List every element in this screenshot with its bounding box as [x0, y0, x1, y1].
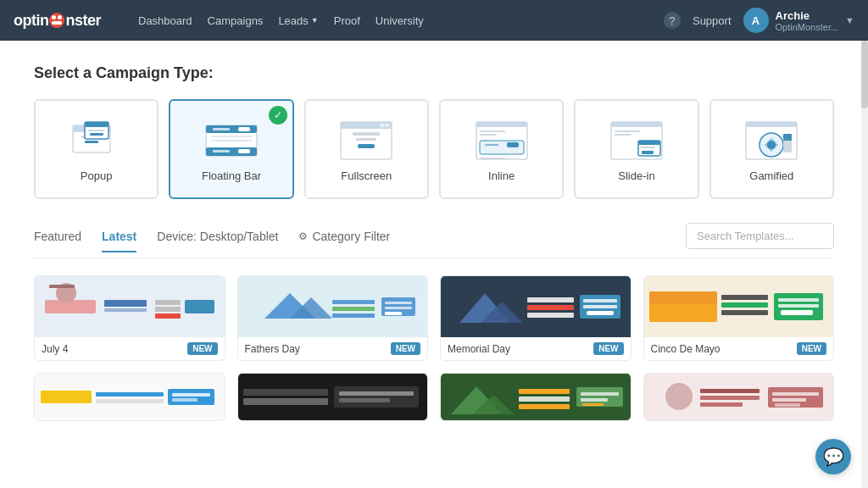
- svg-rect-26: [480, 130, 505, 132]
- template-row2-1[interactable]: [34, 373, 225, 421]
- campaign-type-slide-in[interactable]: Slide-in: [574, 99, 698, 199]
- tab-latest[interactable]: Latest: [102, 230, 136, 252]
- svg-rect-21: [358, 144, 375, 148]
- svg-rect-104: [519, 404, 570, 409]
- svg-rect-90: [168, 389, 214, 405]
- nav-links: Dashboard Campaigns Leads ▼ Proof Univer…: [138, 14, 643, 27]
- template-preview-row2-1: [35, 374, 225, 420]
- logo[interactable]: optin nster: [14, 12, 101, 30]
- svg-rect-29: [485, 144, 498, 146]
- svg-rect-27: [480, 134, 497, 136]
- template-footer-fathersday: Fathers Day NEW: [238, 337, 428, 360]
- svg-rect-91: [172, 393, 210, 396]
- nav-proof[interactable]: Proof: [334, 14, 360, 27]
- svg-rect-34: [615, 130, 640, 132]
- svg-rect-45: [783, 134, 792, 141]
- search-input[interactable]: [686, 223, 834, 249]
- svg-rect-113: [700, 402, 743, 407]
- tab-featured[interactable]: Featured: [34, 230, 81, 252]
- campaign-type-inline[interactable]: Inline: [439, 99, 564, 199]
- svg-rect-70: [527, 305, 574, 310]
- template-row2-3[interactable]: [440, 373, 632, 421]
- campaign-type-gamified[interactable]: Gamified: [709, 99, 834, 199]
- svg-rect-7: [90, 133, 103, 136]
- nav-campaigns[interactable]: Campaigns: [208, 14, 264, 27]
- nav-dashboard[interactable]: Dashboard: [138, 14, 192, 27]
- template-preview-row2-3: [441, 374, 631, 420]
- user-info: Archie OptinMonster...: [776, 9, 839, 32]
- svg-rect-98: [339, 398, 390, 402]
- scroll-thumb: [861, 41, 868, 108]
- svg-rect-3: [85, 141, 98, 143]
- svg-rect-94: [243, 389, 328, 396]
- svg-rect-78: [649, 291, 717, 303]
- svg-rect-64: [385, 307, 412, 309]
- template-preview-row2-2: [238, 374, 428, 420]
- svg-rect-103: [519, 396, 570, 402]
- page-title: Select a Campaign Type:: [34, 64, 834, 82]
- svg-rect-59: [332, 300, 375, 304]
- template-preview-cincodemayo: [644, 276, 834, 337]
- main-content: Select a Campaign Type: Popup ✓: [0, 41, 868, 488]
- template-fathersday[interactable]: Fathers Day NEW: [237, 275, 429, 361]
- svg-rect-88: [96, 392, 164, 396]
- nav-user-menu[interactable]: A Archie OptinMonster... ▼: [743, 8, 854, 33]
- nav-help-button[interactable]: ?: [664, 12, 681, 29]
- svg-rect-83: [778, 298, 819, 302]
- svg-rect-71: [527, 313, 574, 318]
- svg-rect-20: [356, 138, 376, 141]
- svg-rect-52: [155, 313, 181, 319]
- svg-rect-74: [583, 305, 617, 308]
- svg-rect-116: [772, 398, 806, 402]
- template-footer-cincodemayo: Cinco De Mayo NEW: [644, 337, 834, 360]
- svg-point-43: [767, 141, 776, 149]
- template-badge-fathersday: NEW: [391, 342, 420, 355]
- svg-rect-102: [519, 389, 570, 394]
- svg-rect-84: [778, 304, 819, 308]
- template-july4[interactable]: July 4 NEW: [34, 275, 225, 361]
- slide-in-label: Slide-in: [618, 169, 654, 182]
- svg-rect-30: [507, 142, 519, 147]
- svg-rect-80: [721, 302, 768, 308]
- tab-device[interactable]: Device: Desktop/Tablet: [157, 230, 278, 252]
- campaign-type-floating-bar[interactable]: ✓ Floating Bar: [169, 99, 293, 199]
- fullscreen-label: Fullscreen: [341, 169, 392, 182]
- svg-rect-95: [243, 398, 328, 405]
- template-memorialday[interactable]: Memorial Day NEW: [440, 275, 632, 361]
- template-row2-4[interactable]: [643, 373, 835, 421]
- template-row2-2[interactable]: [237, 373, 429, 421]
- svg-rect-11: [238, 127, 250, 131]
- nav-university[interactable]: University: [376, 14, 424, 27]
- svg-rect-69: [527, 297, 574, 302]
- svg-rect-89: [96, 399, 164, 403]
- campaign-type-popup[interactable]: Popup: [34, 99, 159, 199]
- tab-category-filter[interactable]: ⚙ Category Filter: [298, 230, 390, 252]
- svg-rect-65: [385, 312, 402, 315]
- popup-label: Popup: [81, 169, 113, 182]
- chat-icon: 💬: [823, 446, 844, 467]
- svg-rect-5: [85, 122, 108, 127]
- svg-rect-22: [380, 124, 384, 127]
- user-chevron-icon: ▼: [845, 15, 854, 25]
- template-footer-memorialday: Memorial Day NEW: [441, 337, 631, 360]
- chat-bubble[interactable]: 💬: [815, 439, 851, 474]
- template-cincodemayo[interactable]: Cinco De Mayo NEW: [643, 275, 835, 361]
- floating-bar-label: Floating Bar: [202, 169, 261, 182]
- template-name-july4: July 4: [42, 343, 68, 355]
- template-preview-memorialday: [441, 276, 631, 337]
- svg-rect-97: [339, 391, 414, 396]
- logo-text: optin nster: [14, 12, 101, 30]
- svg-rect-60: [332, 307, 375, 311]
- campaign-type-fullscreen[interactable]: Fullscreen: [304, 99, 429, 199]
- user-name: Archie: [776, 9, 839, 22]
- svg-rect-53: [185, 300, 214, 313]
- svg-rect-92: [172, 398, 198, 402]
- page-scrollbar[interactable]: [861, 41, 868, 488]
- inline-label: Inline: [488, 169, 515, 182]
- nav-support-link[interactable]: Support: [693, 14, 732, 27]
- svg-rect-16: [211, 140, 252, 141]
- svg-rect-87: [41, 391, 92, 403]
- svg-rect-6: [88, 130, 105, 131]
- template-badge-july4: NEW: [187, 342, 217, 355]
- nav-leads[interactable]: Leads ▼: [278, 14, 318, 27]
